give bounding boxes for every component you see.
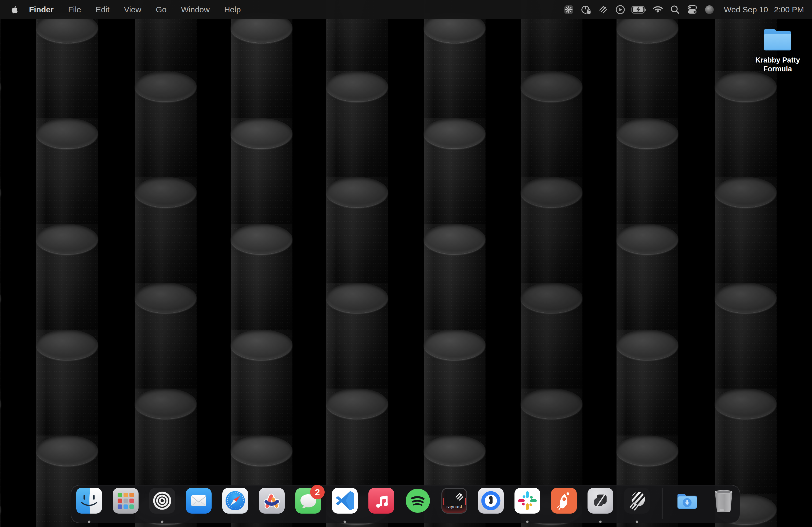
cylinder-top-face (715, 71, 777, 102)
dock-item-arc-browser[interactable] (259, 488, 285, 514)
spotify-icon (405, 488, 431, 514)
cylinder-top-face (0, 283, 1, 313)
apple-menu-icon[interactable] (10, 5, 18, 14)
1password-icon (478, 488, 504, 514)
raycast-icon: raycast (441, 488, 467, 514)
dock-item-downloads-folder[interactable] (674, 488, 700, 514)
cylinder-top-face (36, 436, 98, 466)
cylinder-top-face (326, 389, 388, 419)
cylinder-top-face (521, 389, 582, 419)
dock-item-mail[interactable] (186, 488, 212, 514)
dock-item-messages[interactable]: 2 (295, 488, 321, 514)
cylinder-top-face (424, 224, 485, 254)
sphere-icon[interactable] (701, 4, 718, 15)
gray-panels-icon (588, 488, 613, 514)
dock-item-striped-sphere-app[interactable] (624, 488, 650, 514)
cylinder-top-face (326, 283, 388, 313)
menu-item-finder[interactable]: Finder (22, 5, 61, 14)
cylinder-top-face (521, 283, 582, 313)
cylinder-top-face (231, 224, 292, 254)
control-center-icon[interactable] (684, 4, 701, 15)
cylinder-top-face (424, 118, 485, 148)
postman-icon (551, 488, 577, 514)
cylinder-top-face (326, 177, 388, 207)
cylinder-top-face (0, 71, 1, 102)
now-playing-icon[interactable] (612, 4, 629, 15)
dock-item-vscode[interactable] (332, 488, 358, 514)
cylinder-top-face (715, 389, 777, 419)
cylinder-top-face (617, 330, 678, 360)
cylinder-top-face (617, 224, 678, 254)
wallpaper-cylinder-column (424, 0, 485, 527)
safari-icon (222, 488, 248, 514)
dock-item-postman[interactable] (551, 488, 577, 514)
running-indicator (88, 521, 90, 523)
menu-bar-date[interactable]: Wed Sep 10 (718, 5, 771, 14)
dock-item-slack[interactable] (514, 488, 540, 514)
wallpaper-cylinder-column (36, 0, 98, 527)
wallpaper-cylinder-column (617, 0, 678, 527)
cylinder-top-face (135, 177, 197, 207)
desktop-folder-krabby-patty-formula[interactable]: Krabby Patty Formula (745, 25, 810, 74)
cylinder-top-face (36, 118, 98, 148)
dock-item-concentric-rings-app[interactable] (149, 488, 175, 514)
launchpad-icon (113, 488, 139, 514)
dock-item-launchpad[interactable] (113, 488, 139, 514)
desktop-wallpaper (0, 0, 812, 527)
cylinder-top-face (521, 177, 582, 207)
dock-item-finder[interactable] (76, 488, 102, 514)
dock-item-safari[interactable] (222, 488, 248, 514)
folder-label: Krabby Patty Formula (745, 56, 810, 74)
raycast-logo (454, 492, 464, 501)
battery-charging-icon[interactable] (629, 6, 649, 14)
dock-item-apple-music[interactable] (368, 488, 394, 514)
cylinder-top-face (135, 71, 197, 102)
striped-sphere-icon (624, 488, 650, 514)
menu-bar: Finder File Edit View Go Window Help (0, 0, 812, 19)
menu-item-view[interactable]: View (117, 5, 148, 14)
menu-bar-status-area: Wed Sep 10 2:00 PM (560, 4, 812, 16)
power-lock-icon[interactable] (577, 4, 595, 15)
dock-item-raycast[interactable]: raycast (441, 488, 467, 514)
vscode-icon (332, 488, 358, 514)
dock-item-trash[interactable] (711, 488, 737, 514)
menu-item-go[interactable]: Go (148, 5, 174, 14)
raycast-red-accent (465, 498, 466, 505)
spotlight-search-icon[interactable] (666, 4, 684, 15)
menu-item-file[interactable]: File (61, 5, 88, 14)
arc-browser-icon (259, 488, 285, 514)
trash-icon (711, 488, 737, 514)
menu-item-edit[interactable]: Edit (88, 5, 117, 14)
raycast-menubar-icon[interactable] (595, 4, 612, 15)
cylinder-top-face (715, 177, 777, 207)
menu-item-help[interactable]: Help (217, 5, 248, 14)
starburst-app-icon[interactable] (560, 4, 577, 15)
menu-bar-clock[interactable]: 2:00 PM (771, 5, 804, 14)
finder-icon (76, 488, 102, 514)
running-indicator (599, 521, 602, 523)
wallpaper-cylinder-column (231, 0, 292, 527)
cylinder-top-face (0, 177, 1, 207)
running-indicator (526, 521, 529, 523)
concentric-rings-icon (149, 488, 175, 514)
wifi-icon[interactable] (649, 4, 666, 16)
cylinder-top-face (617, 118, 678, 148)
wallpaper-cylinder-column (326, 0, 388, 527)
menu-item-window[interactable]: Window (174, 5, 217, 14)
dock-item-gray-panels-app[interactable] (588, 488, 613, 514)
cylinder-top-face (617, 436, 678, 466)
cylinder-top-face (135, 389, 197, 419)
wallpaper-cylinder-column (0, 0, 1, 527)
cylinder-top-face (231, 436, 292, 466)
cylinder-top-face (231, 118, 292, 148)
wallpaper-cylinder-column (135, 0, 197, 527)
downloads-folder-icon (674, 488, 700, 514)
cylinder-top-face (231, 330, 292, 360)
dock-item-1password[interactable] (478, 488, 504, 514)
dock-item-spotify[interactable] (405, 488, 431, 514)
running-indicator (344, 521, 346, 523)
raycast-label: raycast (442, 504, 466, 510)
cylinder-top-face (521, 71, 582, 102)
cylinder-top-face (0, 389, 1, 419)
raycast-red-accent (443, 498, 444, 505)
